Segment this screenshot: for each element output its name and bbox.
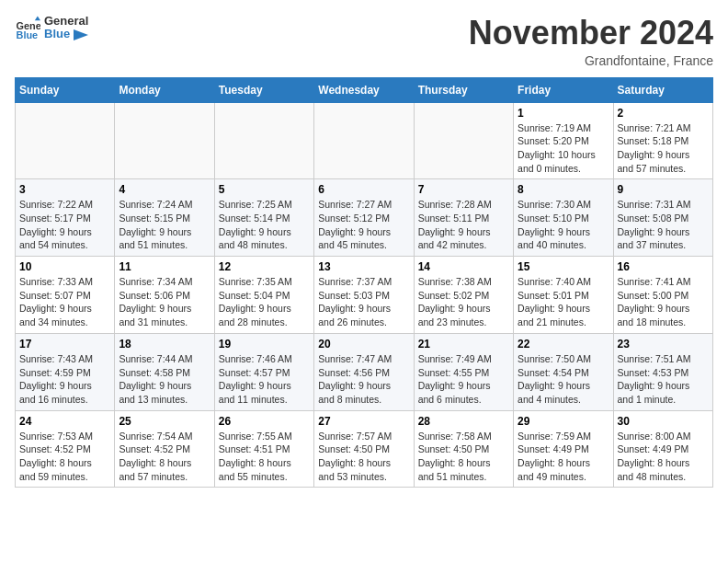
day-number: 30 xyxy=(618,415,709,428)
calendar-cell: 4Sunrise: 7:24 AM Sunset: 5:15 PM Daylig… xyxy=(115,179,214,257)
day-info: Sunrise: 7:54 AM Sunset: 4:52 PM Dayligh… xyxy=(119,430,210,484)
calendar-cell: 25Sunrise: 7:54 AM Sunset: 4:52 PM Dayli… xyxy=(115,410,214,488)
day-info: Sunrise: 7:55 AM Sunset: 4:51 PM Dayligh… xyxy=(219,430,310,484)
day-number: 13 xyxy=(318,260,409,273)
calendar-cell xyxy=(115,102,214,179)
day-number: 2 xyxy=(618,107,709,120)
calendar-header-monday: Monday xyxy=(115,77,214,102)
day-number: 10 xyxy=(19,260,110,273)
day-number: 26 xyxy=(219,415,310,428)
calendar-cell: 2Sunrise: 7:21 AM Sunset: 5:18 PM Daylig… xyxy=(613,102,712,179)
calendar-cell: 6Sunrise: 7:27 AM Sunset: 5:12 PM Daylig… xyxy=(314,179,414,257)
day-number: 20 xyxy=(318,338,409,350)
calendar-cell: 8Sunrise: 7:30 AM Sunset: 5:10 PM Daylig… xyxy=(514,179,613,257)
day-number: 6 xyxy=(318,183,409,196)
calendar-cell: 12Sunrise: 7:35 AM Sunset: 5:04 PM Dayli… xyxy=(214,257,313,334)
calendar-week-row: 24Sunrise: 7:53 AM Sunset: 4:52 PM Dayli… xyxy=(16,410,713,488)
calendar-cell: 14Sunrise: 7:38 AM Sunset: 5:02 PM Dayli… xyxy=(414,257,513,334)
calendar-header-wednesday: Wednesday xyxy=(314,77,414,102)
location-subtitle: Grandfontaine, France xyxy=(469,53,713,68)
day-number: 22 xyxy=(518,338,609,350)
day-info: Sunrise: 7:19 AM Sunset: 5:20 PM Dayligh… xyxy=(518,121,609,176)
calendar-cell: 27Sunrise: 7:57 AM Sunset: 4:50 PM Dayli… xyxy=(314,410,414,488)
day-number: 7 xyxy=(418,183,509,196)
logo-general-text: General xyxy=(44,15,88,28)
day-number: 21 xyxy=(418,338,509,350)
day-info: Sunrise: 7:59 AM Sunset: 4:49 PM Dayligh… xyxy=(518,430,609,484)
day-info: Sunrise: 8:00 AM Sunset: 4:49 PM Dayligh… xyxy=(618,430,709,484)
day-number: 27 xyxy=(318,415,409,428)
calendar-cell xyxy=(214,102,313,179)
day-info: Sunrise: 7:41 AM Sunset: 5:00 PM Dayligh… xyxy=(618,275,709,329)
calendar-cell: 17Sunrise: 7:43 AM Sunset: 4:59 PM Dayli… xyxy=(16,333,115,410)
calendar-cell: 19Sunrise: 7:46 AM Sunset: 4:57 PM Dayli… xyxy=(214,333,313,410)
day-number: 28 xyxy=(418,415,509,428)
calendar-cell: 22Sunrise: 7:50 AM Sunset: 4:54 PM Dayli… xyxy=(514,333,613,410)
calendar-cell xyxy=(314,102,414,179)
day-number: 9 xyxy=(618,183,709,196)
day-info: Sunrise: 7:21 AM Sunset: 5:18 PM Dayligh… xyxy=(618,121,709,176)
day-number: 25 xyxy=(119,415,210,428)
day-number: 19 xyxy=(219,338,310,350)
calendar-week-row: 17Sunrise: 7:43 AM Sunset: 4:59 PM Dayli… xyxy=(16,333,713,410)
calendar-header-friday: Friday xyxy=(514,77,613,102)
calendar-cell: 30Sunrise: 8:00 AM Sunset: 4:49 PM Dayli… xyxy=(613,410,712,488)
day-info: Sunrise: 7:58 AM Sunset: 4:50 PM Dayligh… xyxy=(418,430,509,484)
day-info: Sunrise: 7:46 AM Sunset: 4:57 PM Dayligh… xyxy=(219,352,310,407)
svg-marker-2 xyxy=(35,17,40,21)
day-number: 18 xyxy=(119,338,210,350)
day-number: 24 xyxy=(19,415,110,428)
day-info: Sunrise: 7:49 AM Sunset: 4:55 PM Dayligh… xyxy=(418,352,509,407)
calendar-cell xyxy=(414,102,513,179)
calendar-cell xyxy=(16,102,115,179)
calendar-cell: 26Sunrise: 7:55 AM Sunset: 4:51 PM Dayli… xyxy=(214,410,313,488)
month-title: November 2024 xyxy=(469,15,713,52)
title-block: November 2024 Grandfontaine, France xyxy=(469,15,713,68)
day-info: Sunrise: 7:38 AM Sunset: 5:02 PM Dayligh… xyxy=(418,275,509,329)
day-info: Sunrise: 7:51 AM Sunset: 4:53 PM Dayligh… xyxy=(618,352,709,407)
day-info: Sunrise: 7:47 AM Sunset: 4:56 PM Dayligh… xyxy=(318,352,409,407)
day-info: Sunrise: 7:27 AM Sunset: 5:12 PM Dayligh… xyxy=(318,198,409,252)
day-info: Sunrise: 7:37 AM Sunset: 5:03 PM Dayligh… xyxy=(318,275,409,329)
day-number: 5 xyxy=(219,183,310,196)
day-number: 12 xyxy=(219,260,310,273)
logo-blue-text: Blue xyxy=(44,28,88,40)
calendar-cell: 20Sunrise: 7:47 AM Sunset: 4:56 PM Dayli… xyxy=(314,333,414,410)
calendar-table: SundayMondayTuesdayWednesdayThursdayFrid… xyxy=(15,77,713,488)
day-number: 3 xyxy=(19,183,110,196)
calendar-cell: 24Sunrise: 7:53 AM Sunset: 4:52 PM Dayli… xyxy=(16,410,115,488)
calendar-cell: 7Sunrise: 7:28 AM Sunset: 5:11 PM Daylig… xyxy=(414,179,513,257)
day-info: Sunrise: 7:35 AM Sunset: 5:04 PM Dayligh… xyxy=(219,275,310,329)
calendar-cell: 23Sunrise: 7:51 AM Sunset: 4:53 PM Dayli… xyxy=(613,333,712,410)
calendar-week-row: 1Sunrise: 7:19 AM Sunset: 5:20 PM Daylig… xyxy=(16,102,713,179)
day-info: Sunrise: 7:24 AM Sunset: 5:15 PM Dayligh… xyxy=(119,198,210,252)
day-number: 4 xyxy=(119,183,210,196)
day-info: Sunrise: 7:34 AM Sunset: 5:06 PM Dayligh… xyxy=(119,275,210,329)
calendar-header-saturday: Saturday xyxy=(613,77,712,102)
day-info: Sunrise: 7:57 AM Sunset: 4:50 PM Dayligh… xyxy=(318,430,409,484)
calendar-cell: 28Sunrise: 7:58 AM Sunset: 4:50 PM Dayli… xyxy=(414,410,513,488)
day-info: Sunrise: 7:44 AM Sunset: 4:58 PM Dayligh… xyxy=(119,352,210,407)
day-info: Sunrise: 7:22 AM Sunset: 5:17 PM Dayligh… xyxy=(19,198,110,252)
calendar-cell: 1Sunrise: 7:19 AM Sunset: 5:20 PM Daylig… xyxy=(514,102,613,179)
day-number: 23 xyxy=(618,338,709,350)
calendar-cell: 10Sunrise: 7:33 AM Sunset: 5:07 PM Dayli… xyxy=(16,257,115,334)
day-info: Sunrise: 7:43 AM Sunset: 4:59 PM Dayligh… xyxy=(19,352,110,407)
day-info: Sunrise: 7:40 AM Sunset: 5:01 PM Dayligh… xyxy=(518,275,609,329)
logo-arrow-icon xyxy=(74,29,88,40)
calendar-header-thursday: Thursday xyxy=(414,77,513,102)
calendar-week-row: 10Sunrise: 7:33 AM Sunset: 5:07 PM Dayli… xyxy=(16,257,713,334)
day-number: 29 xyxy=(518,415,609,428)
day-number: 16 xyxy=(618,260,709,273)
svg-marker-3 xyxy=(74,29,88,40)
day-number: 15 xyxy=(518,260,609,273)
calendar-cell: 11Sunrise: 7:34 AM Sunset: 5:06 PM Dayli… xyxy=(115,257,214,334)
calendar-cell: 18Sunrise: 7:44 AM Sunset: 4:58 PM Dayli… xyxy=(115,333,214,410)
day-number: 17 xyxy=(19,338,110,350)
calendar-cell: 29Sunrise: 7:59 AM Sunset: 4:49 PM Dayli… xyxy=(514,410,613,488)
day-number: 8 xyxy=(518,183,609,196)
logo: General Blue General Blue xyxy=(15,15,88,41)
day-info: Sunrise: 7:31 AM Sunset: 5:08 PM Dayligh… xyxy=(618,198,709,252)
day-number: 1 xyxy=(518,107,609,120)
calendar-cell: 3Sunrise: 7:22 AM Sunset: 5:17 PM Daylig… xyxy=(16,179,115,257)
